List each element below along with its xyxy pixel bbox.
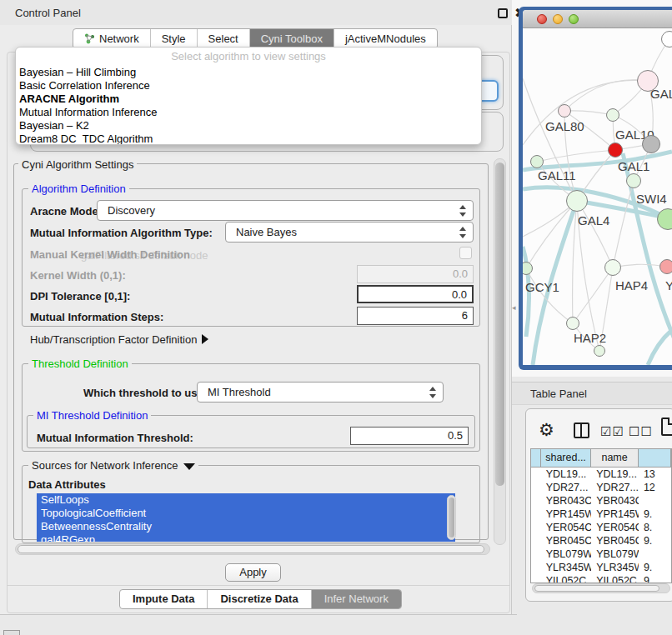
- hub-definition-expander[interactable]: Hub/Transcription Factor Definition: [30, 333, 208, 346]
- hub-definition-label: Hub/Transcription Factor Definition: [30, 333, 197, 346]
- new-table-icon[interactable]: [661, 418, 672, 436]
- node-attribute-table[interactable]: shared...nameYDL19...YDL19...13YDR27...Y…: [530, 448, 672, 583]
- network-node[interactable]: [661, 31, 672, 48]
- panel-bottom-edge: [0, 614, 517, 615]
- table-panel-titlebar: Table Panel: [512, 382, 672, 405]
- mi-threshold-field[interactable]: 0.5: [350, 427, 469, 445]
- tab-infer-network[interactable]: Infer Network: [312, 590, 401, 608]
- data-attributes-label: Data Attributes: [28, 478, 106, 491]
- table-row[interactable]: YDR27...YDR27...12: [531, 481, 671, 494]
- data-attribute-item-selected[interactable]: TopologicalCoefficient: [37, 507, 455, 520]
- column-header-shared[interactable]: shared...: [541, 449, 592, 467]
- table-horizontal-scrollbar-thumb[interactable]: [534, 585, 659, 592]
- settings-horizontal-scrollbar[interactable]: [15, 543, 490, 555]
- network-node-gal1[interactable]: [608, 142, 623, 158]
- network-node-hap2[interactable]: [566, 317, 579, 330]
- close-traffic-light-icon[interactable]: [537, 14, 547, 24]
- network-node-swi4[interactable]: [626, 173, 641, 188]
- network-node[interactable]: [642, 135, 660, 153]
- data-attributes-list[interactable]: SelfLoopsTopologicalCoefficientBetweenne…: [37, 493, 455, 542]
- table-cell: YBR045C: [591, 534, 639, 548]
- node-label: GCY1: [525, 280, 559, 294]
- table-cell: YBL079W: [591, 548, 639, 561]
- table-row[interactable]: YDL19...YDL19...13: [531, 468, 671, 481]
- table-row[interactable]: YBL079WYBL079W: [531, 548, 671, 561]
- network-node-gal10[interactable]: [606, 108, 619, 122]
- algorithm-option[interactable]: Bayesian – K2: [16, 119, 481, 132]
- table-row[interactable]: YBR043CYBR043C: [531, 494, 671, 508]
- settings-horizontal-scrollbar-thumb[interactable]: [18, 545, 484, 553]
- table-cell: YLR345W: [541, 561, 592, 574]
- network-node-hap4[interactable]: [604, 259, 621, 276]
- apply-button[interactable]: Apply: [225, 563, 281, 582]
- dpi-tolerance-label: DPI Tolerance [0,1]:: [30, 290, 130, 302]
- node-label: GAL1: [618, 159, 649, 173]
- sources-title[interactable]: Sources for Network Inference: [28, 459, 198, 472]
- algorithm-option[interactable]: Basic Correlation Inference: [16, 79, 481, 92]
- mi-type-combo[interactable]: Naive Bayes: [225, 222, 474, 242]
- expander-collapsed-icon: [202, 334, 208, 344]
- gear-icon[interactable]: ⚙: [539, 420, 554, 440]
- algorithm-option[interactable]: ARACNE Algorithm: [16, 92, 481, 106]
- algorithm-option[interactable]: Mutual Information Inference: [16, 106, 481, 119]
- network-node-gal4[interactable]: [566, 190, 588, 212]
- table-row[interactable]: YLR345WYLR345W9.: [531, 561, 671, 574]
- tab-label: Cyni Toolbox: [261, 32, 323, 45]
- table-cell: 9.: [639, 561, 671, 574]
- data-attribute-item-selected[interactable]: gal4RGexp: [37, 533, 455, 542]
- table-row[interactable]: YIL052CYIL052C9.: [531, 574, 671, 583]
- splitter-collapse-icon[interactable]: ◂: [512, 303, 516, 312]
- algorithm-option[interactable]: Bayesian – Hill Climbing: [16, 66, 481, 79]
- manual-kernel-checkbox[interactable]: [459, 247, 472, 259]
- aracne-mode-combo[interactable]: Discovery: [97, 200, 474, 221]
- tab-jactivemnodules[interactable]: jActiveMNodules: [334, 29, 437, 48]
- tab-select[interactable]: Select: [198, 29, 250, 48]
- network-node-y[interactable]: [659, 259, 672, 274]
- network-node-gal11[interactable]: [530, 155, 544, 168]
- algorithm-dropdown-popup: Select algorithm to view settings Bayesi…: [15, 47, 482, 145]
- tab-cyni-toolbox[interactable]: Cyni Toolbox: [250, 29, 334, 48]
- kernel-width-field[interactable]: 0.0: [357, 265, 474, 283]
- table-row[interactable]: YBR045CYBR045C9.: [531, 534, 671, 548]
- table-cell: YIL052C: [591, 574, 639, 583]
- table-cell: YBR043C: [541, 494, 592, 508]
- settings-vertical-scrollbar-thumb[interactable]: [495, 162, 504, 486]
- table-cell: [531, 508, 541, 521]
- mi-steps-field[interactable]: 6: [357, 307, 474, 325]
- column-header[interactable]: [639, 449, 671, 467]
- table-cell: [639, 494, 671, 508]
- table-row[interactable]: YER054CYER054C8.: [531, 521, 671, 534]
- data-attribute-item-selected[interactable]: BetweennessCentrality: [37, 520, 455, 533]
- split-columns-icon[interactable]: [574, 422, 589, 438]
- data-attribute-item-selected[interactable]: SelfLoops: [37, 493, 455, 507]
- network-node-gal80[interactable]: [558, 104, 571, 118]
- float-window-icon[interactable]: [498, 8, 508, 18]
- attribute-list-scrollbar-thumb[interactable]: [449, 498, 454, 538]
- attribute-list-scrollbar[interactable]: [447, 495, 456, 540]
- minimized-widget[interactable]: [3, 630, 20, 635]
- tab-style[interactable]: Style: [151, 29, 198, 48]
- network-window-titlebar[interactable]: [523, 10, 672, 28]
- table-cell: YER054C: [541, 521, 592, 534]
- tab-network[interactable]: Network: [73, 29, 151, 48]
- dpi-tolerance-field[interactable]: 0.0: [357, 285, 474, 303]
- column-header-name[interactable]: name: [591, 449, 639, 467]
- zoom-traffic-light-icon[interactable]: [569, 14, 579, 24]
- algorithm-option[interactable]: Dream8 DC_TDC Algorithm: [16, 132, 481, 145]
- minimize-traffic-light-icon[interactable]: [553, 14, 563, 24]
- table-horizontal-scrollbar[interactable]: [532, 583, 670, 593]
- table-panel-title: Table Panel: [530, 388, 587, 400]
- network-canvas[interactable]: GALGAL80GAL10GAL1GAL11SWI4GAL4GCY1HAP4YH…: [523, 28, 672, 365]
- tab-impute-data[interactable]: Impute Data: [120, 590, 208, 608]
- table-cell: YIL052C: [541, 574, 592, 583]
- settings-vertical-scrollbar[interactable]: [494, 158, 506, 545]
- expander-expanded-icon: [183, 463, 195, 470]
- table-row[interactable]: YPR145WYPR145W9.: [531, 508, 671, 521]
- column-header[interactable]: [531, 449, 541, 467]
- select-all-checked-icon[interactable]: ☑☑: [600, 424, 624, 439]
- node-label: SWI4: [636, 192, 667, 206]
- which-threshold-combo[interactable]: MI Threshold: [197, 382, 444, 402]
- network-node[interactable]: [594, 345, 605, 357]
- select-none-unchecked-icon[interactable]: ☐☐: [629, 424, 653, 439]
- tab-discretize-data[interactable]: Discretize Data: [208, 590, 311, 608]
